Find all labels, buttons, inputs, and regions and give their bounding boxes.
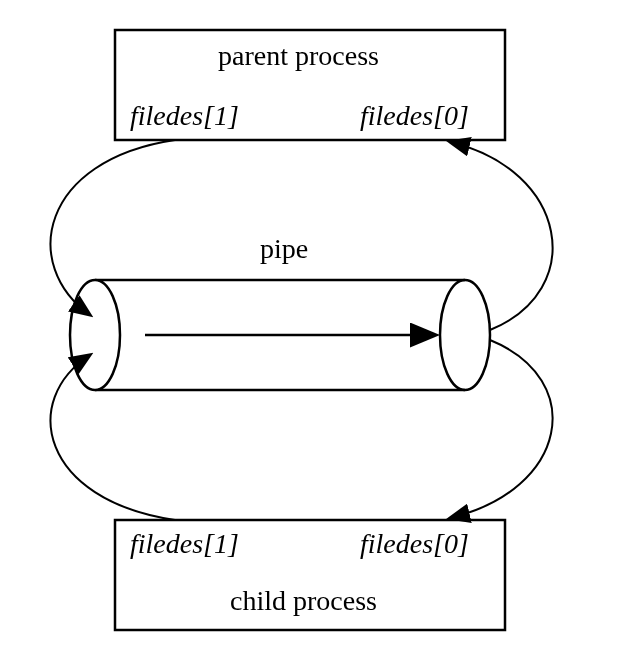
child-write-fd-label: filedes[1] [130, 528, 239, 560]
parent-write-fd-label: filedes[1] [130, 100, 239, 132]
svg-point-1 [440, 280, 490, 390]
parent-write-arrow [51, 140, 175, 315]
svg-point-4 [70, 280, 120, 390]
child-write-arrow [51, 355, 175, 520]
child-title: child process [230, 585, 377, 617]
parent-title: parent process [218, 40, 379, 72]
diagram-svg [0, 0, 618, 656]
child-read-fd-label: filedes[0] [360, 528, 469, 560]
pipe-label: pipe [260, 233, 308, 265]
parent-read-fd-label: filedes[0] [360, 100, 469, 132]
